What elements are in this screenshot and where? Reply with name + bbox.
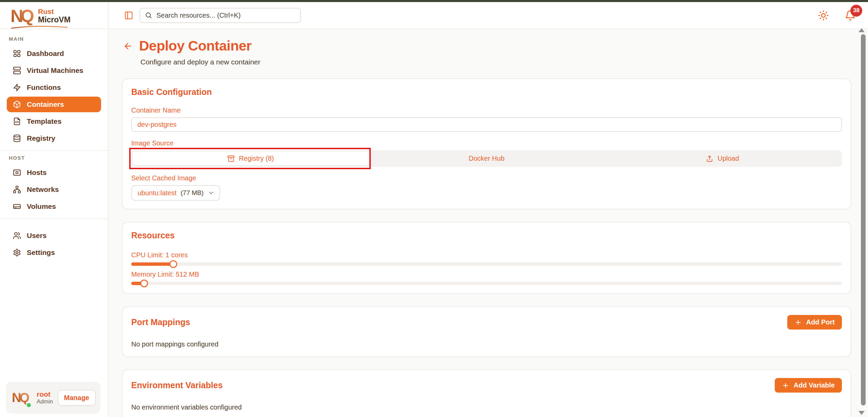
add-variable-label: Add Variable [794, 381, 835, 389]
plus-icon [782, 382, 789, 389]
sidebar-item-networks[interactable]: Networks [7, 182, 101, 197]
resources-heading: Resources [131, 231, 842, 240]
brand-name-top: Rust [38, 8, 71, 16]
plus-icon [794, 319, 802, 326]
sun-icon [818, 10, 829, 21]
back-button[interactable] [122, 40, 134, 52]
tab-label: Docker Hub [469, 155, 505, 162]
hosts-icon [13, 168, 21, 177]
sidebar-item-volumes[interactable]: Volumes [7, 199, 101, 214]
window-top-strip [0, 0, 868, 2]
sidebar-item-hosts[interactable]: Hosts [7, 165, 101, 180]
sidebar-item-registry[interactable]: Registry [7, 131, 101, 146]
sidebar-item-label: Functions [27, 83, 61, 92]
scrollbar-down-arrow[interactable] [859, 411, 865, 415]
add-variable-button[interactable]: Add Variable [775, 378, 842, 393]
container-name-input[interactable] [131, 117, 842, 132]
basic-configuration-heading: Basic Configuration [131, 87, 842, 97]
tab-label: Registry (8) [239, 155, 274, 162]
page-header: Deploy Container [122, 38, 851, 54]
main-content: Deploy Container Configure and deploy a … [109, 29, 868, 417]
online-status-dot [26, 402, 32, 408]
user-role: Admin [37, 398, 53, 405]
topbar: 38 [109, 2, 868, 29]
theme-toggle-button[interactable] [818, 10, 829, 21]
sidebar-nav: MAIN Dashboard Virtual Machines Function… [0, 29, 108, 260]
cached-image-label: Select Cached Image [131, 174, 842, 182]
registry-icon [13, 134, 21, 142]
topbar-actions: 38 [818, 10, 856, 21]
brand-name: Rust MicroVM [38, 6, 71, 24]
sidebar-item-functions[interactable]: Functions [7, 80, 101, 95]
brand-monogram-text: NQ [11, 6, 34, 26]
sidebar-item-label: Users [27, 232, 46, 240]
sidebar-item-dashboard[interactable]: Dashboard [7, 46, 101, 61]
sidebar-item-templates[interactable]: Templates [7, 114, 101, 129]
cpu-limit-slider[interactable] [131, 262, 842, 266]
tab-upload[interactable]: Upload [604, 152, 841, 165]
brand-logo: NQ Rust MicroVM [0, 2, 108, 29]
containers-icon [13, 100, 21, 108]
add-port-button[interactable]: Add Port [787, 315, 842, 330]
user-card: NQ root Admin Manage [6, 382, 100, 414]
notifications-button[interactable]: 38 [845, 10, 856, 21]
sidebar: NQ Rust MicroVM MAIN Dashboard Virtual M… [0, 2, 109, 417]
sidebar-toggle-button[interactable] [124, 11, 133, 20]
sidebar-item-label: Containers [27, 100, 64, 108]
cached-image-select[interactable]: ubuntu:latest (77 MB) [131, 185, 220, 201]
env-empty-text: No environment variables configured [131, 403, 842, 411]
sidebar-item-label: Volumes [27, 202, 56, 211]
sidebar-item-containers[interactable]: Containers [7, 97, 101, 112]
settings-icon [13, 249, 21, 257]
cpu-slider-fill [131, 262, 173, 266]
sidebar-divider [0, 218, 108, 219]
search-box[interactable] [139, 8, 301, 23]
port-mappings-card: Port Mappings Add Port No port mappings … [122, 306, 851, 357]
resources-card: Resources CPU Limit: 1 cores Memory Limi… [122, 222, 851, 294]
templates-icon [13, 117, 21, 125]
environment-variables-heading: Environment Variables [131, 380, 223, 390]
sidebar-item-label: Hosts [27, 168, 46, 177]
manage-button[interactable]: Manage [58, 390, 96, 406]
tab-label: Upload [717, 155, 739, 162]
tab-registry[interactable]: Registry (8) [133, 152, 369, 165]
memory-limit-slider[interactable] [131, 282, 842, 285]
cpu-slider-thumb[interactable] [169, 260, 177, 268]
upload-icon [706, 155, 713, 162]
brand-swoosh [11, 25, 68, 29]
tab-docker-hub[interactable]: Docker Hub [369, 152, 605, 165]
sidebar-item-settings[interactable]: Settings [7, 245, 101, 260]
functions-icon [13, 83, 21, 92]
scrollbar-up-arrow[interactable] [859, 28, 865, 32]
volumes-icon [13, 202, 21, 211]
sidebar-item-label: Registry [27, 134, 55, 142]
dashboard-icon [13, 49, 21, 58]
port-mappings-heading: Port Mappings [131, 317, 190, 327]
notification-count-badge: 38 [850, 5, 862, 17]
sidebar-item-label: Templates [27, 117, 61, 125]
chevron-down-icon [208, 190, 214, 196]
search-input[interactable] [156, 12, 295, 19]
networks-icon [13, 185, 21, 194]
virtual-machines-icon [13, 66, 21, 75]
scrollbar-thumb[interactable] [861, 34, 866, 405]
sidebar-item-label: Networks [27, 185, 59, 194]
cached-image-size: (77 MB) [181, 189, 204, 197]
ports-empty-text: No port mappings configured [131, 340, 842, 348]
sidebar-divider [0, 150, 108, 151]
page-title: Deploy Container [139, 38, 251, 54]
image-source-tabs: Registry (8) Docker Hub Upload [131, 150, 842, 167]
memory-limit-label: Memory Limit: 512 MB [131, 271, 842, 278]
sidebar-item-label: Dashboard [27, 49, 64, 58]
container-name-label: Container Name [131, 106, 842, 114]
section-label-main: MAIN [9, 36, 108, 42]
avatar: NQ [12, 389, 33, 407]
brand-name-bottom: MicroVM [38, 16, 71, 24]
search-icon [145, 12, 152, 19]
sidebar-item-virtual-machines[interactable]: Virtual Machines [7, 63, 101, 78]
image-source-label: Image Source [131, 139, 842, 147]
environment-variables-card: Environment Variables Add Variable No en… [122, 369, 851, 417]
sidebar-item-users[interactable]: Users [7, 228, 101, 243]
brand-monogram-icon: NQ [10, 6, 35, 26]
memory-slider-thumb[interactable] [140, 280, 148, 287]
